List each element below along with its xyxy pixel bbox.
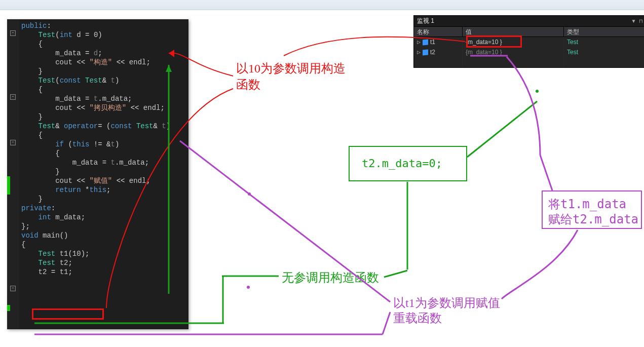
svg-point-14 (247, 286, 250, 289)
code-line[interactable]: } (21, 195, 185, 204)
fold-icon[interactable]: - (10, 30, 16, 36)
code-line[interactable]: return *this; (21, 185, 185, 195)
code-line[interactable]: private: (21, 204, 185, 213)
code-line[interactable]: int m_data; (21, 213, 185, 222)
code-line[interactable]: { (21, 85, 185, 94)
watch-row[interactable]: ▷t2{m_data=10 }Test (414, 47, 644, 57)
code-line[interactable]: { (21, 149, 185, 158)
watch-header[interactable]: 监视 1 ▼ ⊓ (414, 16, 644, 27)
fold-icon[interactable]: - (10, 94, 16, 100)
code-line[interactable]: { (21, 40, 185, 49)
code-line[interactable]: Test& operator= (const Test& t) (21, 122, 185, 131)
code-line[interactable]: } (21, 167, 185, 176)
code-line[interactable]: Test(const Test& t) (21, 76, 185, 85)
code-editor[interactable]: - - - - public: Test(int d = 0) { m_data… (7, 19, 188, 329)
code-line[interactable]: cout << "赋值" << endl; (21, 176, 185, 185)
code-line[interactable]: t2 = t1; (21, 267, 185, 277)
svg-line-11 (383, 312, 390, 334)
pin-icon[interactable]: ▼ ⊓ (631, 18, 643, 24)
fold-icon[interactable]: - (10, 286, 16, 291)
svg-point-9 (536, 90, 539, 93)
code-line[interactable]: void main() (21, 231, 185, 240)
code-line[interactable]: Test t1(10); (21, 249, 185, 258)
editor-gutter: - - - - (7, 19, 19, 329)
code-line[interactable]: public: (21, 21, 185, 30)
svg-line-16 (540, 155, 552, 190)
code-line[interactable]: } (21, 112, 185, 122)
svg-line-8 (467, 101, 537, 157)
object-icon (423, 49, 428, 55)
watch-var-type: Test (564, 37, 644, 47)
code-line[interactable]: } (21, 67, 185, 76)
watch-var-name: t1 (430, 37, 435, 47)
code-line[interactable]: { (21, 240, 185, 249)
code-text[interactable]: public: Test(int d = 0) { m_data = d; co… (19, 19, 188, 329)
code-line[interactable]: cout << "拷贝构造" << endl; (21, 103, 185, 112)
purple-annotation-2: 将t1.m_data 赋给t2.m_data (548, 197, 638, 227)
watch-var-name: t2 (430, 47, 435, 57)
code-line[interactable]: cout << "构造" << endl; (21, 58, 185, 67)
change-marker (7, 176, 10, 195)
expand-icon[interactable]: ▷ (417, 47, 421, 57)
fold-icon[interactable]: - (10, 140, 16, 145)
object-icon (423, 39, 428, 45)
code-line[interactable]: if (this != &t) (21, 140, 185, 149)
col-type[interactable]: 类型 (564, 27, 644, 36)
code-line[interactable]: m_data = t.m_data; (21, 94, 185, 103)
watch-row[interactable]: ▷t1{m_data=10 }Test (414, 37, 644, 47)
code-line[interactable]: }; (21, 222, 185, 231)
window-titlebar (0, 0, 644, 10)
watch-columns: 名称 值 类型 (414, 27, 644, 37)
watch-window[interactable]: 监视 1 ▼ ⊓ 名称 值 类型 ▷t1{m_data=10 }Test▷t2{… (413, 15, 644, 68)
watch-var-type: Test (564, 47, 644, 57)
red-annotation: 以10为参数调用构造 函数 (236, 60, 346, 93)
change-marker (7, 305, 10, 311)
code-line[interactable]: Test(int d = 0) (21, 30, 185, 40)
code-line[interactable]: Test t2; (21, 258, 185, 267)
expand-icon[interactable]: ▷ (417, 37, 421, 47)
code-line[interactable]: m_data = d; (21, 49, 185, 58)
watch-var-value: {m_data=10 } (463, 47, 564, 57)
green-annotation: 无参调用构造函数 (282, 269, 379, 286)
purple-annotation-1: 以t1为参数调用赋值 重载函数 (393, 295, 500, 326)
svg-line-7 (384, 271, 407, 277)
code-line[interactable]: m_data = t.m_data; (21, 158, 185, 167)
watch-title: 监视 1 (417, 17, 434, 25)
code-line[interactable]: { (21, 131, 185, 140)
highlight-t1-decl (32, 309, 104, 320)
highlight-t1-value (466, 35, 522, 48)
col-name[interactable]: 名称 (414, 27, 463, 36)
green-callout-text: t2.m_data=0; (362, 157, 442, 170)
watch-empty-row[interactable] (414, 57, 644, 67)
svg-point-13 (248, 192, 251, 196)
